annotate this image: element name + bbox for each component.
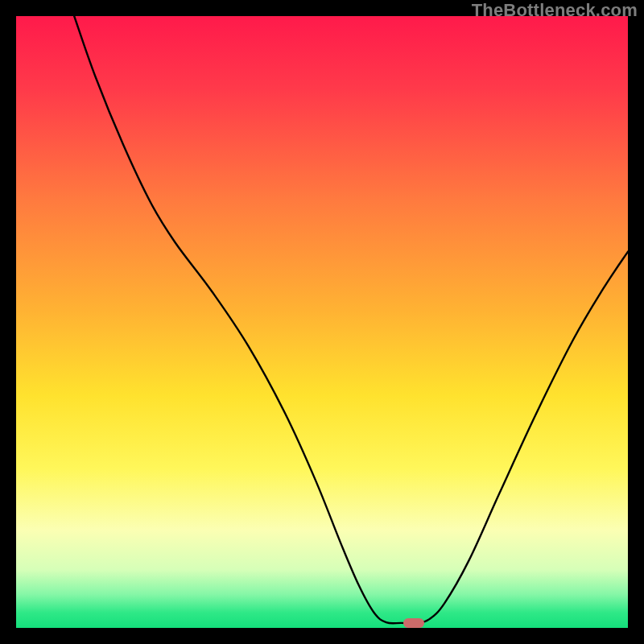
outer-frame: TheBottleneck.com xyxy=(0,0,644,644)
optimal-point-marker xyxy=(403,618,424,628)
bottleneck-chart xyxy=(16,16,628,628)
plot-area xyxy=(16,16,628,628)
